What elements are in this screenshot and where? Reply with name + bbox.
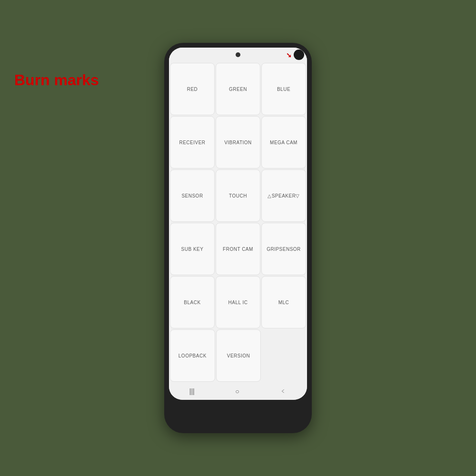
grid-cell[interactable]: VIBRATION <box>216 116 260 169</box>
nav-back-icon[interactable]: ﹤ <box>280 387 287 396</box>
grid-cell[interactable]: RECEIVER <box>170 116 215 169</box>
grid-cell[interactable]: SUB KEY <box>170 223 215 275</box>
grid-cell[interactable]: MLC <box>261 276 306 328</box>
grid-row: BLACKHALL ICMLC <box>170 276 306 328</box>
cell-label: TOUCH <box>229 193 247 198</box>
grid-cell[interactable]: BLACK <box>170 276 215 328</box>
cell-label: RED <box>187 87 198 92</box>
grid-row: SENSORTOUCH△SPEAKER▽ <box>170 169 306 222</box>
cell-label: BLACK <box>184 300 200 305</box>
phone-nav-bar: ||| ○ ﹤ <box>169 383 307 400</box>
grid-cell[interactable]: GREEN <box>216 63 260 115</box>
grid-cell[interactable]: FRONT CAM <box>216 223 260 275</box>
nav-home-icon[interactable]: ○ <box>235 387 239 395</box>
phone-screen: ➘ REDGREENBLUERECEIVERVIBRATIONMEGA CAMS… <box>169 48 307 400</box>
burn-marks-label: Burn marks <box>14 71 99 89</box>
grid-row: LOOPBACKVERSION <box>170 329 306 382</box>
grid-cell[interactable]: RED <box>170 63 215 115</box>
nav-recent-icon[interactable]: ||| <box>189 387 195 395</box>
cell-label: FRONT CAM <box>223 247 253 252</box>
cell-label: △SPEAKER▽ <box>268 193 300 198</box>
front-camera-dot <box>236 52 240 57</box>
grid-cell[interactable]: LOOPBACK <box>170 329 215 382</box>
cell-label: MLC <box>278 300 289 305</box>
phone-outer: ➘ REDGREENBLUERECEIVERVIBRATIONMEGA CAMS… <box>164 43 312 433</box>
cell-label: LOOPBACK <box>178 353 207 358</box>
grid-cell[interactable]: VERSION <box>216 329 261 382</box>
grid-row: RECEIVERVIBRATIONMEGA CAM <box>170 116 306 169</box>
grid-cell[interactable]: SENSOR <box>170 169 215 222</box>
grid-cell[interactable]: MEGA CAM <box>261 116 306 169</box>
burn-dot <box>294 50 304 60</box>
cell-label: RECEIVER <box>179 140 205 145</box>
grid-cell[interactable]: BLUE <box>261 63 306 115</box>
cell-label: GREEN <box>229 87 247 92</box>
cell-label: VIBRATION <box>224 140 252 145</box>
burn-arrow: ➘ <box>286 51 292 59</box>
cell-label: VERSION <box>227 353 250 358</box>
cell-label: GRIPSENSOR <box>267 247 301 252</box>
phone-top-bar: ➘ <box>169 48 307 62</box>
grid-cell[interactable]: △SPEAKER▽ <box>261 169 306 222</box>
grid-row: SUB KEYFRONT CAMGRIPSENSOR <box>170 223 306 275</box>
cell-label: SUB KEY <box>181 247 204 252</box>
cell-label: MEGA CAM <box>270 140 298 145</box>
cell-label: SENSOR <box>181 193 203 198</box>
grid-container: REDGREENBLUERECEIVERVIBRATIONMEGA CAMSEN… <box>169 62 307 383</box>
grid-cell[interactable]: TOUCH <box>216 169 260 222</box>
grid-cell <box>262 329 306 382</box>
grid-cell[interactable]: HALL IC <box>216 276 260 328</box>
cell-label: BLUE <box>277 87 290 92</box>
grid-row: REDGREENBLUE <box>170 63 306 115</box>
cell-label: HALL IC <box>228 300 248 305</box>
grid-cell[interactable]: GRIPSENSOR <box>261 223 306 275</box>
